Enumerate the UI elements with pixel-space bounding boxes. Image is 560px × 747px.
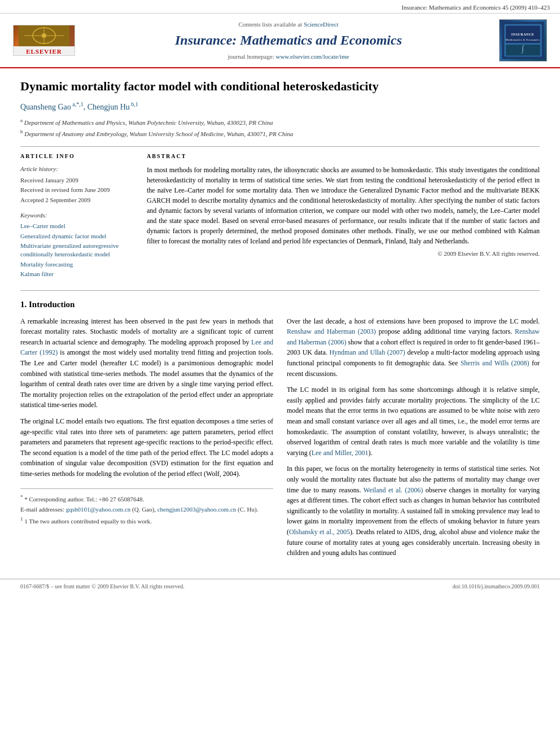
article-info-label: ARTICLE INFO — [20, 152, 133, 160]
author-affil-b: b,1 — [130, 101, 138, 107]
body-content: 1. Introduction A remarkable increasing … — [0, 299, 560, 574]
keyword-2: Generalized dynamic factor model — [20, 232, 133, 241]
article-title: Dynamic mortality factor model with cond… — [20, 78, 540, 95]
bottom-bar: 0167-6687/$ – see front matter © 2009 El… — [0, 579, 560, 594]
keyword-5: Kalman filter — [20, 270, 133, 278]
abstract-column: ABSTRACT In most methods for modeling mo… — [147, 152, 540, 279]
intro-para-5: In this paper, we focus on the mortality… — [287, 464, 540, 558]
sciencedirect-line: Contents lists available at ScienceDirec… — [84, 20, 493, 29]
author-affil-a: a,*,1 — [71, 101, 84, 107]
footnote-1: 1 1 The two authors contributed equally … — [20, 516, 273, 526]
elsevier-brand-text: ELSEVIER — [26, 47, 62, 56]
copyright-line: © 2009 Elsevier B.V. All rights reserved… — [147, 250, 540, 258]
keyword-4: Mortality forecasting — [20, 260, 133, 269]
contents-available-text: Contents lists available at — [238, 21, 303, 28]
issn-text: 0167-6687/$ – see front matter © 2009 El… — [20, 583, 185, 591]
keywords-section: Keywords: Lee–Carter model Generalized d… — [20, 211, 133, 279]
elsevier-logo-box: ⚕ ELSEVIER — [13, 25, 75, 56]
footnote-1-text: 1 The two authors contributed equally to… — [24, 518, 152, 525]
affiliation-b: b Department of Anatomy and Embryology, … — [20, 128, 540, 138]
revised-date: Received in revised form June 2009 — [20, 186, 133, 194]
info-abstract-row: ARTICLE INFO Article history: Received J… — [20, 152, 540, 279]
article-info-column: ARTICLE INFO Article history: Received J… — [20, 152, 133, 279]
svg-text:Mathematics & Economics: Mathematics & Economics — [506, 38, 540, 41]
affiliation-a: a Department of Mathematics and Physics,… — [20, 117, 540, 127]
author-separator: , — [84, 103, 88, 111]
hyndman-2007-link[interactable]: Hyndman and Ullah (2007) — [329, 348, 405, 356]
footnote-star: * * Corresponding author. Tel.: +86 27 6… — [20, 493, 273, 504]
elsevier-logo: ⚕ ELSEVIER — [10, 25, 78, 56]
footnote-email: E-mail addresses: gqsh0101@yahoo.com.cn … — [20, 505, 273, 514]
body-two-col: A remarkable increasing interest has bee… — [20, 316, 540, 564]
sciencedirect-link[interactable]: ScienceDirect — [304, 21, 339, 28]
journal-header: ⚕ ELSEVIER Contents lists available at S… — [0, 14, 560, 68]
keyword-3: Multivariate generalized autoregressive … — [20, 242, 133, 259]
journal-homepage-link[interactable]: www.elsevier.com/locate/ime — [275, 53, 349, 60]
body-left-col: A remarkable increasing interest has bee… — [20, 316, 273, 564]
journal-reference-line: Insurance: Mathematics and Economics 45 … — [0, 0, 560, 14]
affil-super-a: a — [20, 117, 23, 123]
homepage-label-text: journal homepage: — [228, 53, 274, 60]
email-2-name: (C. Hu). — [238, 506, 258, 513]
lee-carter-1992-link[interactable]: Lee and Carter (1992) — [20, 338, 273, 357]
intro-para-1: A remarkable increasing interest has bee… — [20, 316, 273, 410]
footnote-star-text: * Corresponding author. Tel.: +86 27 650… — [24, 495, 144, 502]
article-content: Dynamic mortality factor model with cond… — [0, 68, 560, 290]
intro-para-2: The original LC model entails two equati… — [20, 416, 273, 479]
affil-a-text: Department of Mathematics and Physics, W… — [24, 119, 273, 126]
section-1-title: 1. Introduction — [20, 299, 540, 311]
journal-title-heading: Insurance: Mathematics and Economics — [84, 31, 493, 50]
journal-thumbnail-area: INSURANCE Mathematics & Economics ∫ — [499, 19, 550, 62]
keywords-label: Keywords: — [20, 211, 133, 220]
doi-text: doi:10.1016/j.insmatheco.2009.09.001 — [453, 583, 540, 591]
svg-point-4 — [42, 33, 46, 38]
abstract-label: ABSTRACT — [147, 152, 540, 160]
intro-para-4: The LC model in its original form has so… — [287, 385, 540, 458]
email-link-2[interactable]: chengjun12003@yahoo.com.cn — [158, 506, 237, 513]
email-1-name: (Q. Gao), — [132, 506, 158, 513]
divider-after-affiliations — [20, 146, 540, 147]
olshansky-2005-link[interactable]: Olshansky et al., 2005 — [289, 528, 350, 536]
received-date: Received January 2009 — [20, 176, 133, 185]
journal-homepage-line: journal homepage: www.elsevier.com/locat… — [84, 53, 493, 61]
elsevier-logo-art: ⚕ — [14, 25, 75, 46]
divider-below-abstract — [20, 290, 540, 291]
email-label: E-mail addresses: — [20, 506, 66, 513]
journal-reference-text: Insurance: Mathematics and Economics 45 … — [401, 4, 550, 11]
lee-miller-2001-link[interactable]: Lee and Miller, 2001 — [312, 449, 369, 457]
renshaw-2003-link[interactable]: Renshaw and Haberman (2003) — [287, 327, 376, 335]
footnote-section: * * Corresponding author. Tel.: +86 27 6… — [20, 488, 273, 526]
email-link-1[interactable]: gqsh0101@yahoo.com.cn — [66, 506, 131, 513]
affil-super-b: b — [20, 129, 23, 134]
sherris-2008-link[interactable]: Sherris and Wills (2008) — [461, 359, 530, 367]
journal-header-center: Contents lists available at ScienceDirec… — [84, 20, 493, 61]
author-quansheng: Quansheng Gao — [20, 103, 71, 111]
accepted-date: Accepted 2 September 2009 — [20, 196, 133, 204]
body-right-col: Over the last decade, a host of extensio… — [287, 316, 540, 564]
affil-b-text: Department of Anatomy and Embryology, Wu… — [24, 130, 293, 137]
keyword-1: Lee–Carter model — [20, 222, 133, 230]
journal-thumbnail: INSURANCE Mathematics & Economics ∫ — [499, 19, 547, 62]
intro-para-3: Over the last decade, a host of extensio… — [287, 316, 540, 379]
weiland-2006-link[interactable]: Weiland et al. (2006) — [364, 486, 423, 494]
elsevier-logo-area: ⚕ ELSEVIER — [10, 25, 78, 56]
author-chengjun: Chengjun Hu — [88, 103, 130, 111]
svg-text:⚕: ⚕ — [43, 42, 45, 45]
svg-text:INSURANCE: INSURANCE — [511, 33, 535, 37]
abstract-text: In most methods for modeling mortality r… — [147, 165, 540, 246]
article-history-label: Article history: — [20, 165, 133, 173]
article-authors: Quansheng Gao a,*,1, Chengjun Hu b,1 — [20, 101, 540, 112]
affiliations: a Department of Mathematics and Physics,… — [20, 117, 540, 138]
